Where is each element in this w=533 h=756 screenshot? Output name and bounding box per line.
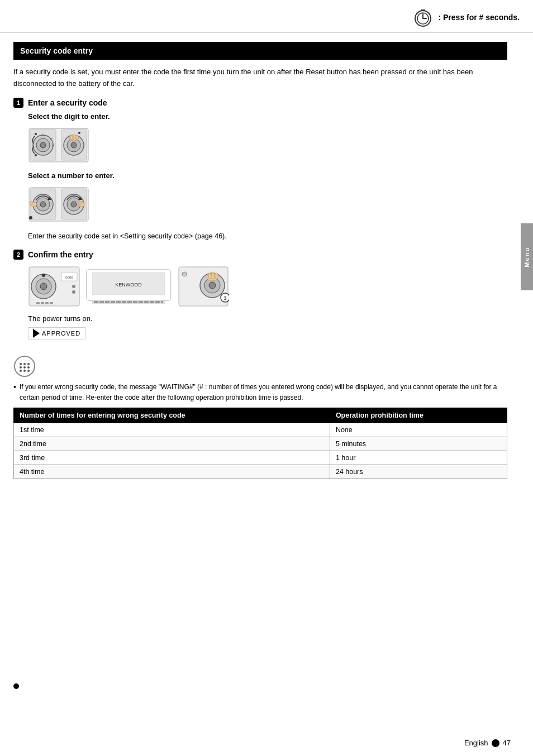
table-cell-times: 4th time bbox=[14, 465, 330, 479]
sidebar-label-text: Menu bbox=[524, 247, 530, 267]
page-container: : Press for # seconds. Security code ent… bbox=[0, 0, 533, 756]
table-col1-header: Number of times for entering wrong secur… bbox=[14, 408, 330, 423]
approved-badge: APPROVED bbox=[28, 327, 85, 339]
svg-text:3: 3 bbox=[223, 295, 226, 301]
table-row: 4th time24 hours bbox=[14, 465, 507, 479]
substep1-title: Select the digit to enter. bbox=[28, 112, 507, 121]
svg-rect-62 bbox=[105, 301, 110, 303]
table-cell-prohibition: None bbox=[330, 423, 507, 437]
footer-bullet bbox=[492, 739, 499, 747]
svg-point-17 bbox=[35, 154, 37, 156]
section-title: Security code entry bbox=[20, 46, 93, 55]
svg-point-90 bbox=[27, 366, 30, 369]
svg-point-86 bbox=[23, 363, 26, 365]
confirm-diagram: 0000 KENWOOD bbox=[28, 264, 507, 309]
svg-rect-61 bbox=[99, 301, 104, 303]
step1-container: 1 Enter a security code Select the digit… bbox=[13, 98, 507, 242]
svg-point-31 bbox=[40, 202, 46, 207]
table-row: 1st timeNone bbox=[14, 423, 507, 437]
svg-rect-25 bbox=[76, 135, 78, 140]
svg-rect-69 bbox=[144, 301, 149, 303]
svg-point-47 bbox=[42, 274, 45, 277]
top-header: : Press for # seconds. bbox=[0, 0, 533, 33]
step2-number: 2 bbox=[13, 250, 23, 260]
svg-point-91 bbox=[20, 370, 22, 372]
svg-point-26 bbox=[78, 132, 80, 134]
diagram-area-1 bbox=[28, 124, 507, 166]
svg-point-93 bbox=[27, 370, 30, 372]
svg-rect-48 bbox=[36, 302, 40, 304]
timer-icon bbox=[412, 7, 434, 28]
table-cell-times: 1st time bbox=[14, 423, 330, 437]
svg-point-89 bbox=[23, 366, 26, 369]
bottom-bullet bbox=[13, 683, 19, 689]
intro-text: If a security code is set, you must ente… bbox=[13, 66, 507, 90]
bullet-dot: • bbox=[13, 382, 16, 393]
svg-point-12 bbox=[40, 142, 46, 148]
footer-page: 47 bbox=[503, 739, 511, 747]
knob-diagram-1 bbox=[28, 124, 89, 166]
svg-rect-72 bbox=[161, 301, 163, 303]
table-cell-times: 2nd time bbox=[14, 437, 330, 451]
svg-rect-66 bbox=[127, 301, 132, 303]
section-title-box: Security code entry bbox=[13, 42, 507, 60]
svg-point-85 bbox=[20, 363, 22, 365]
footer-lang: English bbox=[464, 739, 488, 747]
svg-rect-50 bbox=[45, 302, 49, 304]
svg-point-46 bbox=[40, 283, 47, 290]
press-label: : Press for # seconds. bbox=[438, 13, 520, 22]
power-on-text: The power turns on. bbox=[28, 314, 507, 323]
svg-point-55 bbox=[72, 290, 75, 294]
svg-rect-67 bbox=[133, 301, 137, 303]
note-icon bbox=[13, 355, 36, 377]
step2-container: 2 Confirm the entry bbox=[13, 250, 507, 347]
step1-note: Enter the security code set in <Setting … bbox=[28, 231, 507, 242]
svg-point-88 bbox=[20, 366, 22, 369]
step2-title: Confirm the entry bbox=[28, 250, 93, 259]
svg-point-92 bbox=[23, 370, 26, 372]
table-cell-prohibition: 24 hours bbox=[330, 465, 507, 479]
svg-rect-80 bbox=[208, 273, 211, 279]
note-bullet-text: If you enter wrong security code, the me… bbox=[20, 382, 507, 403]
prohibition-table: Number of times for entering wrong secur… bbox=[13, 408, 507, 479]
svg-text:0000: 0000 bbox=[65, 276, 73, 279]
svg-point-39 bbox=[71, 202, 77, 207]
svg-rect-34 bbox=[30, 201, 32, 205]
svg-point-21 bbox=[71, 142, 77, 148]
table-cell-times: 3rd time bbox=[14, 451, 330, 465]
page-footer: English 47 bbox=[464, 739, 511, 747]
svg-rect-42 bbox=[79, 201, 81, 205]
step1-header: 1 Enter a security code bbox=[13, 98, 507, 108]
svg-point-16 bbox=[35, 133, 37, 135]
svg-rect-82 bbox=[215, 273, 218, 279]
svg-rect-49 bbox=[41, 302, 44, 304]
note-bullet-item: • If you enter wrong security code, the … bbox=[13, 382, 507, 403]
approved-text: APPROVED bbox=[42, 330, 80, 337]
knob-diagram-2 bbox=[28, 183, 89, 225]
svg-rect-51 bbox=[50, 302, 53, 304]
svg-rect-68 bbox=[139, 301, 143, 303]
table-col2-header: Operation prohibition time bbox=[330, 408, 507, 423]
svg-rect-23 bbox=[70, 135, 73, 140]
svg-text:KENWOOD: KENWOOD bbox=[115, 282, 142, 288]
svg-rect-24 bbox=[73, 135, 75, 140]
step2-header: 2 Confirm the entry bbox=[13, 250, 507, 260]
svg-point-87 bbox=[27, 363, 30, 365]
substep2-title: Select a number to enter. bbox=[28, 171, 507, 180]
step1-title: Enter a security code bbox=[28, 98, 107, 107]
table-row: 3rd time1 hour bbox=[14, 451, 507, 465]
svg-point-54 bbox=[72, 285, 75, 288]
step1-number: 1 bbox=[13, 98, 23, 108]
sidebar-menu-label: Menu bbox=[521, 223, 533, 290]
table-cell-prohibition: 5 minutes bbox=[330, 437, 507, 451]
approved-arrow bbox=[33, 329, 40, 338]
table-cell-prohibition: 1 hour bbox=[330, 451, 507, 465]
svg-rect-81 bbox=[212, 272, 215, 279]
table-row: 2nd time5 minutes bbox=[14, 437, 507, 451]
diagram-area-2 bbox=[28, 183, 507, 225]
svg-point-83 bbox=[182, 272, 187, 276]
main-content: Security code entry If a security code i… bbox=[0, 33, 521, 488]
confirm-svg: 0000 KENWOOD bbox=[28, 264, 229, 309]
note-icon-row bbox=[13, 355, 507, 377]
svg-rect-65 bbox=[122, 301, 126, 303]
